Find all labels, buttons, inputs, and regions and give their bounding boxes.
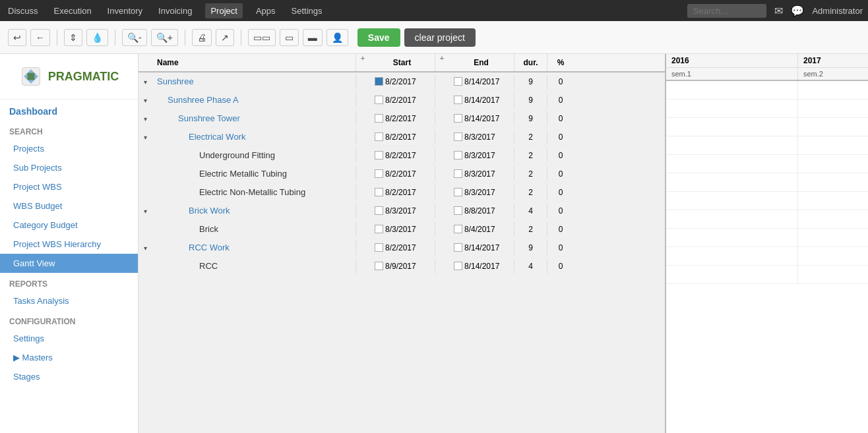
task-name-link[interactable]: Sunshree Phase A [168, 95, 239, 105]
start-checkbox[interactable] [375, 151, 383, 159]
view-wide-button[interactable]: ▭ [280, 29, 299, 46]
sidebar-item-category-budget[interactable]: Category Budget [0, 216, 138, 235]
sidebar-item-project-wbs[interactable]: Project WBS [0, 177, 138, 196]
view-narrow-button[interactable]: ▬ [303, 29, 323, 46]
save-button[interactable]: Save [357, 28, 400, 47]
print-button[interactable]: 🖨 [192, 29, 212, 46]
start-checkbox[interactable] [375, 225, 383, 233]
start-checkbox[interactable] [375, 132, 383, 141]
expand-all-button[interactable]: ⇕ [64, 29, 82, 46]
sidebar: PRAGMATIC DashboardSearchProjectsSub Pro… [0, 54, 139, 433]
clear-project-button[interactable]: clear project [404, 28, 476, 47]
sidebar-item-gantt-view[interactable]: Gantt View [0, 254, 138, 273]
zoom-out-button[interactable]: 🔍- [122, 29, 147, 46]
grid-cell [798, 155, 868, 173]
grid-bg [666, 81, 868, 100]
nav-discuss[interactable]: Discuss [5, 6, 41, 16]
toolbar: ↩ ← ⇕ 💧 🔍- 🔍+ 🖨 ↗ ▭▭ ▭ ▬ 👤 Save clear pr… [0, 21, 868, 54]
sidebar-item-stages[interactable]: Stages [0, 367, 138, 386]
collapse-icon[interactable]: ▾ [144, 78, 147, 86]
chart-row-inner [666, 192, 868, 210]
task-name-link[interactable]: Sunshree Tower [178, 113, 240, 123]
nav-invoicing[interactable]: Invoicing [156, 6, 195, 16]
cell-pct: 0 [547, 204, 574, 218]
sidebar-item-projects[interactable]: Projects [0, 139, 138, 158]
grid-cell [666, 192, 798, 210]
nav-settings[interactable]: Settings [289, 6, 325, 16]
cell-name: Brick Work [152, 203, 356, 218]
start-checkbox[interactable] [375, 96, 383, 104]
cell-start: 8/2/2017 [369, 167, 435, 181]
sidebar-item-sub-projects[interactable]: Sub Projects [0, 158, 138, 177]
end-checkbox[interactable] [454, 114, 462, 123]
collapse-icon[interactable]: ▾ [144, 115, 147, 123]
cell-end: 8/14/2017 [449, 74, 514, 89]
end-checkbox[interactable] [454, 206, 462, 215]
sidebar-item-tasks-analysis[interactable]: Tasks Analysis [0, 291, 138, 310]
nav-project[interactable]: Project [205, 3, 242, 18]
task-name-link[interactable]: Brick Work [189, 206, 230, 216]
chart-row [666, 100, 868, 118]
start-date: 8/2/2017 [385, 169, 416, 179]
back-button[interactable]: ← [30, 29, 50, 46]
cell-end: 8/14/2017 [449, 111, 514, 126]
start-checkbox[interactable] [375, 206, 383, 215]
table-row: Electric Metallic Tubing 8/2/2017 8/3/20… [139, 165, 665, 183]
nav-inventory[interactable]: Inventory [105, 6, 145, 16]
end-date: 8/8/2017 [464, 206, 495, 216]
start-checkbox[interactable] [375, 262, 383, 270]
sidebar-item-project-wbs-hierarchy[interactable]: Project WBS Hierarchy [0, 235, 138, 254]
collapse-icon[interactable]: ▾ [144, 245, 147, 252]
water-drop-button[interactable]: 💧 [86, 29, 108, 46]
sidebar-header-dashboard[interactable]: Dashboard [0, 100, 138, 121]
sidebar-item-wbs-budget[interactable]: WBS Budget [0, 196, 138, 216]
end-checkbox[interactable] [454, 243, 462, 252]
start-checkbox[interactable] [375, 77, 383, 86]
sidebar-section-reports: Reports [0, 273, 138, 291]
header-name: Name [152, 54, 356, 71]
cell-pct: 0 [547, 241, 574, 255]
end-checkbox[interactable] [454, 262, 462, 270]
collapse-icon[interactable]: ▾ [144, 208, 147, 215]
grid-cell [798, 136, 868, 155]
cell-dur: 2 [514, 130, 547, 144]
task-name-link[interactable]: Electrical Work [189, 132, 245, 142]
cell-name: Sunshree Phase A [152, 92, 356, 107]
cell-dur: 4 [514, 259, 547, 274]
nav-execution[interactable]: Execution [51, 6, 94, 16]
grid-cell [798, 173, 868, 192]
end-checkbox[interactable] [454, 132, 462, 141]
collapse-icon[interactable]: ▾ [144, 97, 147, 104]
nav-apps[interactable]: Apps [253, 6, 278, 16]
cell-pct: 0 [547, 167, 574, 181]
view-split-button[interactable]: ▭▭ [248, 29, 276, 46]
sidebar-item-masters[interactable]: ▶ Masters [0, 348, 138, 367]
global-search-input[interactable] [687, 4, 766, 18]
end-checkbox[interactable] [454, 96, 462, 104]
share-button[interactable]: ↗ [216, 29, 234, 46]
end-checkbox[interactable] [454, 225, 462, 233]
chart-row [666, 81, 868, 100]
end-checkbox[interactable] [454, 77, 462, 86]
chart-row-inner [666, 100, 868, 118]
admin-avatar[interactable]: Administrator [812, 6, 863, 16]
cell-start: 8/2/2017 [369, 241, 435, 255]
resource-button[interactable]: 👤 [326, 29, 348, 46]
table-row: ▾ Electrical Work 8/2/2017 8/3/2017 2 0 [139, 128, 665, 146]
end-checkbox[interactable] [454, 188, 462, 196]
task-name-link[interactable]: Sunshree [157, 76, 194, 86]
gantt-chart: 2016 2017 2018 sem.1 sem.2 sem.1 sem.2 s… [666, 54, 868, 433]
start-checkbox[interactable] [375, 188, 383, 196]
sidebar-item-settings[interactable]: Settings [0, 329, 138, 348]
grid-cell [798, 229, 868, 247]
start-checkbox[interactable] [375, 243, 383, 252]
task-name-link[interactable]: RCC Work [189, 243, 230, 252]
start-checkbox[interactable] [375, 169, 383, 178]
collapse-icon[interactable]: ▾ [144, 134, 147, 141]
zoom-in-button[interactable]: 🔍+ [151, 29, 178, 46]
undo-button[interactable]: ↩ [8, 29, 26, 46]
end-checkbox[interactable] [454, 169, 462, 178]
start-checkbox[interactable] [375, 114, 383, 123]
chart-row-inner [666, 173, 868, 192]
end-checkbox[interactable] [454, 151, 462, 159]
